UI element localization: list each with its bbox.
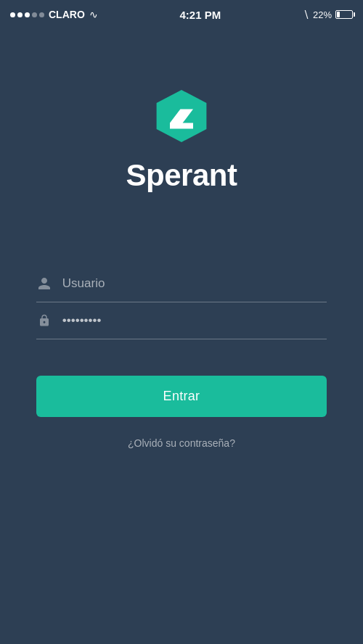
password-field <box>36 302 327 339</box>
app-logo <box>152 87 211 145</box>
battery-body <box>335 10 353 19</box>
battery-icon <box>335 10 353 19</box>
forgot-password-link[interactable]: ¿Olvidó su contraseña? <box>36 437 327 449</box>
app-name: Sperant <box>126 158 237 193</box>
time-display: 4:21 PM <box>180 9 221 21</box>
battery-percent: 22% <box>313 9 332 20</box>
status-left: CLARO ∿ <box>10 9 98 20</box>
logo-area: Sperant <box>126 87 237 193</box>
battery-fill <box>337 12 340 17</box>
signal-dots <box>10 12 44 17</box>
status-right: ∖ 22% <box>303 9 353 20</box>
username-field <box>36 265 327 302</box>
lock-icon <box>36 313 52 329</box>
wifi-icon: ∿ <box>89 9 98 20</box>
user-icon <box>36 276 52 292</box>
signal-dot-1 <box>10 12 15 17</box>
signal-dot-4 <box>32 12 37 17</box>
signal-dot-5 <box>39 12 44 17</box>
signal-dot-3 <box>25 12 30 17</box>
main-content: Sperant Entrar ¿Olvidó su contraseña? <box>0 29 363 449</box>
login-form: Entrar ¿Olvidó su contraseña? <box>36 265 327 449</box>
signal-dot-2 <box>17 12 23 17</box>
status-bar: CLARO ∿ 4:21 PM ∖ 22% <box>0 0 363 29</box>
username-input[interactable] <box>62 276 327 291</box>
bluetooth-icon: ∖ <box>303 9 309 20</box>
password-input[interactable] <box>62 313 327 328</box>
login-button[interactable]: Entrar <box>36 376 327 417</box>
carrier-name: CLARO <box>49 9 85 20</box>
